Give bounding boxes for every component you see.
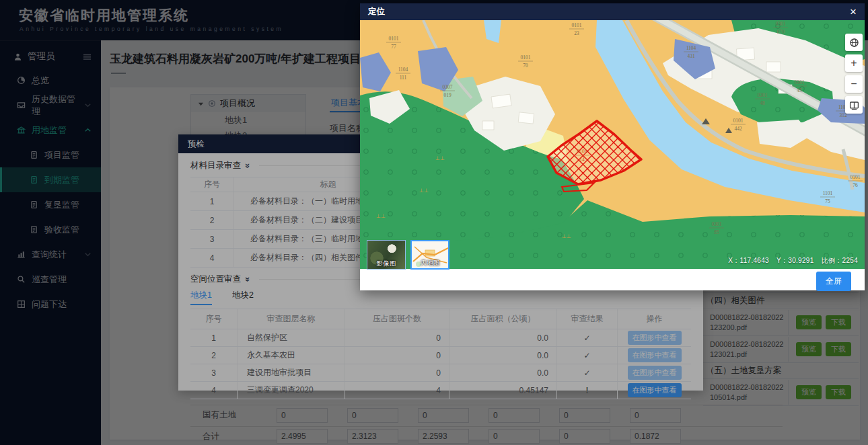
svg-text:76: 76 xyxy=(853,182,858,188)
legend-button[interactable] xyxy=(845,96,863,114)
svg-text:1101: 1101 xyxy=(823,190,833,196)
map-canvas[interactable]: ⊥⊥ ⊥⊥ ⊥⊥ ⊥⊥ 0101770101231104111030701901… xyxy=(360,20,865,269)
fullscreen-button[interactable]: 全屏 xyxy=(816,272,851,291)
zoom-in-button[interactable]: + xyxy=(845,54,863,72)
svg-text:70: 70 xyxy=(523,63,528,69)
svg-text:14: 14 xyxy=(579,157,585,163)
coordinate-readout: X：117.4643 Y：30.9291 比例：2254 xyxy=(723,256,858,266)
map-scale: 2254 xyxy=(842,257,858,264)
svg-text:111: 111 xyxy=(400,75,407,81)
zoom-out-button[interactable]: − xyxy=(845,75,863,93)
svg-text:1104: 1104 xyxy=(398,67,408,73)
basemap-thumb-imagery[interactable]: 影像图 xyxy=(367,240,406,270)
svg-text:019: 019 xyxy=(443,92,451,98)
screen: 安徽省临时用地管理系统 Anhui Province temporary lan… xyxy=(0,0,868,445)
locate-modal-footer: 全屏 xyxy=(360,269,865,290)
coord-x: 117.4643 xyxy=(740,257,769,264)
basemap-label: 影像图 xyxy=(367,259,405,268)
svg-text:85: 85 xyxy=(714,229,719,235)
svg-text:0101: 0101 xyxy=(733,118,744,124)
locate-modal-header: 定位 × xyxy=(360,3,865,20)
svg-text:⊥⊥: ⊥⊥ xyxy=(562,233,571,239)
basemap-globe-button[interactable] xyxy=(845,34,863,51)
svg-text:23: 23 xyxy=(574,30,579,36)
basemap-thumb-tianditu[interactable]: 天地图 xyxy=(410,240,449,270)
svg-text:070: 070 xyxy=(776,29,785,35)
svg-text:0301: 0301 xyxy=(758,92,768,98)
coord-y: 30.9291 xyxy=(788,257,813,264)
svg-text:0307: 0307 xyxy=(443,84,453,90)
svg-text:0301: 0301 xyxy=(795,79,805,85)
svg-text:1104: 1104 xyxy=(686,45,696,51)
svg-text:0101: 0101 xyxy=(389,36,399,42)
svg-text:⊥⊥: ⊥⊥ xyxy=(419,188,429,194)
svg-text:0101: 0101 xyxy=(572,22,582,28)
svg-text:48: 48 xyxy=(760,100,765,106)
basemap-label: 天地图 xyxy=(412,259,448,268)
basemap-switcher: 影像图 天地图 xyxy=(367,240,449,270)
locate-modal: 定位 × xyxy=(360,3,865,290)
locate-modal-title: 定位 xyxy=(368,6,385,17)
landuse-basemap: ⊥⊥ ⊥⊥ ⊥⊥ ⊥⊥ 0101770101231104111030701901… xyxy=(360,20,865,269)
svg-text:⊥⊥: ⊥⊥ xyxy=(376,213,386,219)
svg-text:0101: 0101 xyxy=(577,149,587,155)
close-icon[interactable]: × xyxy=(850,6,857,17)
svg-text:⊥⊥: ⊥⊥ xyxy=(435,155,445,161)
svg-text:75: 75 xyxy=(825,198,830,204)
svg-text:0301: 0301 xyxy=(776,21,786,27)
svg-text:77: 77 xyxy=(391,44,396,50)
svg-text:0101: 0101 xyxy=(851,174,861,180)
svg-text:442: 442 xyxy=(734,126,742,132)
svg-text:0101: 0101 xyxy=(521,54,531,60)
svg-text:45: 45 xyxy=(797,87,802,93)
svg-text:431: 431 xyxy=(687,53,695,59)
globe-icon xyxy=(849,38,859,48)
map-controls: + − xyxy=(845,34,863,114)
svg-text:0301: 0301 xyxy=(712,221,722,227)
legend-book-icon xyxy=(849,100,859,110)
